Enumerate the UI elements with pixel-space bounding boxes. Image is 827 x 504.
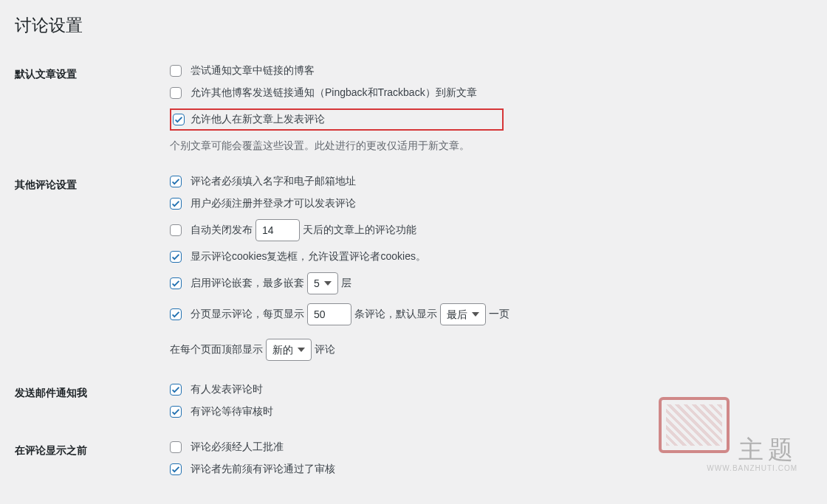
checkbox-allow-comments[interactable]: [173, 114, 185, 125]
check-icon: [171, 464, 181, 474]
checkbox-trackback[interactable]: [170, 87, 182, 99]
label-thread-post: 层: [341, 277, 351, 290]
checkbox-cookies[interactable]: [170, 251, 182, 263]
note-default-post: 个别文章可能会覆盖这些设置。此处进行的更改仅适用于新文章。: [170, 139, 805, 153]
checkbox-manual-approve[interactable]: [170, 441, 182, 453]
label-order-pre: 在每个页面顶部显示: [170, 343, 263, 356]
label-paginate-mid: 条评论，默认显示: [354, 308, 437, 321]
label-order-post: 评论: [315, 343, 335, 356]
label-require-login: 用户必须注册并登录才可以发表评论: [191, 197, 356, 210]
label-paginate-post: 一页: [489, 308, 509, 321]
check-icon: [171, 176, 181, 187]
label-allow-comments: 允许他人在新文章上发表评论: [191, 113, 325, 126]
check-icon: [171, 407, 181, 417]
label-auto-close-post: 天后的文章上的评论功能: [303, 224, 416, 237]
checkbox-thread[interactable]: [170, 277, 182, 289]
check-icon: [174, 114, 184, 125]
section-heading-before-show: 在评论显示之前: [15, 429, 162, 487]
label-require-name-email: 评论者必须填入名字和电子邮箱地址: [191, 175, 356, 188]
checkbox-notify-comment[interactable]: [170, 384, 182, 396]
check-icon: [171, 309, 181, 320]
check-icon: [171, 252, 181, 262]
checkbox-pingback[interactable]: [170, 65, 182, 77]
label-prev-approved: 评论者先前须有评论通过了审核: [191, 463, 335, 476]
page-title: 讨论设置: [15, 7, 812, 40]
label-notify-comment: 有人发表评论时: [191, 383, 263, 396]
select-default-page[interactable]: 最后: [440, 303, 486, 325]
input-per-page[interactable]: [307, 303, 351, 325]
label-auto-close-pre: 自动关闭发布: [191, 224, 253, 237]
highlight-allow-comments: 允许他人在新文章上发表评论: [170, 108, 504, 131]
settings-table: 默认文章设置 尝试通知文章中链接的博客 允许其他博客发送链接通知（Pingbac…: [15, 53, 812, 487]
section-heading-other-comment: 其他评论设置: [15, 164, 162, 372]
label-paginate-pre: 分页显示评论，每页显示: [191, 308, 304, 321]
checkbox-auto-close[interactable]: [170, 224, 182, 236]
label-trackback: 允许其他博客发送链接通知（Pingback和Trackback）到新文章: [191, 86, 477, 100]
label-pingback: 尝试通知文章中链接的博客: [191, 64, 315, 77]
check-icon: [171, 278, 181, 289]
section-heading-email-notify: 发送邮件通知我: [15, 372, 162, 429]
input-auto-close-days[interactable]: [255, 219, 300, 241]
label-cookies: 显示评论cookies复选框，允许设置评论者cookies。: [191, 250, 426, 263]
select-thread-depth[interactable]: 5: [307, 272, 338, 294]
section-heading-default-post: 默认文章设置: [15, 53, 162, 164]
label-notify-moderation: 有评论等待审核时: [191, 405, 273, 418]
checkbox-prev-approved[interactable]: [170, 463, 182, 475]
check-icon: [171, 384, 181, 395]
select-order[interactable]: 新的: [266, 339, 312, 361]
label-thread-pre: 启用评论嵌套，最多嵌套: [191, 277, 304, 290]
checkbox-paginate[interactable]: [170, 308, 182, 320]
label-manual-approve: 评论必须经人工批准: [191, 441, 284, 454]
checkbox-require-name-email[interactable]: [170, 176, 182, 187]
check-icon: [171, 199, 181, 209]
checkbox-notify-moderation[interactable]: [170, 406, 182, 418]
checkbox-require-login[interactable]: [170, 198, 182, 210]
